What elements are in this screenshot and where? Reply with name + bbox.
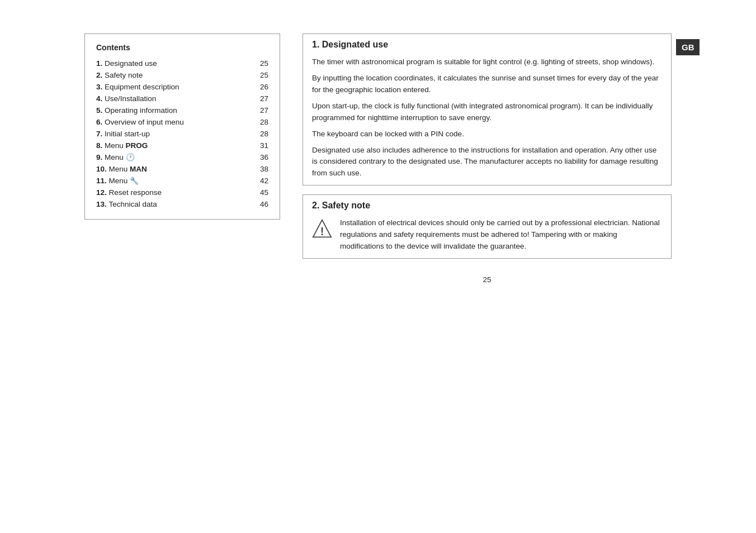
table-row: 7. Initial start-up28 — [96, 128, 268, 140]
item-page: 28 — [234, 116, 268, 128]
item-label: 6. Overview of input menu — [96, 116, 234, 128]
item-number: 2. — [96, 71, 105, 79]
safety-text: Installation of electrical devices shoul… — [340, 217, 662, 253]
item-number: 4. — [96, 94, 105, 103]
item-number: 7. — [96, 130, 105, 138]
section-designated-use: 1. Designated use The timer with astrono… — [303, 34, 672, 185]
item-number: 3. — [96, 83, 105, 91]
item-label: 8. Menu PROG — [96, 140, 234, 151]
right-column: GB 1. Designated use The timer with astr… — [303, 34, 672, 284]
item-number: 12. — [96, 188, 109, 197]
item-number: 13. — [96, 200, 109, 208]
item-page: 25 — [234, 58, 268, 69]
item-label: 7. Initial start-up — [96, 128, 234, 140]
contents-title: Contents — [96, 43, 268, 52]
clock-icon: 🕐 — [126, 153, 135, 161]
wrench-icon: 🔧 — [130, 177, 139, 185]
table-row: 10. Menu MAN38 — [96, 163, 268, 175]
section1-title: 1. Designated use — [312, 40, 662, 50]
item-label: 13. Technical data — [96, 198, 234, 210]
item-label: 1. Designated use — [96, 58, 234, 69]
item-number: 9. — [96, 153, 105, 161]
page-container: Contents 1. Designated use252. Safety no… — [84, 34, 672, 284]
item-page: 42 — [234, 175, 268, 187]
item-page: 31 — [234, 140, 268, 151]
left-column: Contents 1. Designated use252. Safety no… — [84, 34, 280, 284]
table-row: 3. Equipment description26 — [96, 81, 268, 93]
table-row: 5. Operating information27 — [96, 104, 268, 116]
page-number: 25 — [303, 275, 672, 284]
item-label: 4. Use/Installation — [96, 93, 234, 104]
section1-content: The timer with astronomical program is s… — [312, 56, 662, 179]
item-label: 3. Equipment description — [96, 81, 234, 93]
table-row: 11. Menu 🔧42 — [96, 175, 268, 187]
table-row: 4. Use/Installation27 — [96, 93, 268, 104]
item-number: 8. — [96, 141, 105, 150]
item-label: 11. Menu 🔧 — [96, 175, 234, 187]
table-row: 1. Designated use25 — [96, 58, 268, 69]
table-row: 6. Overview of input menu28 — [96, 116, 268, 128]
table-row: 12. Reset response45 — [96, 187, 268, 198]
item-number: 1. — [96, 59, 105, 68]
section1-paragraph: By inputting the location coordinates, i… — [312, 73, 662, 96]
item-page: 27 — [234, 104, 268, 116]
item-page: 25 — [234, 69, 268, 81]
table-row: 13. Technical data46 — [96, 198, 268, 210]
contents-table: 1. Designated use252. Safety note253. Eq… — [96, 58, 268, 210]
item-page: 38 — [234, 163, 268, 175]
item-page: 46 — [234, 198, 268, 210]
table-row: 9. Menu 🕐36 — [96, 151, 268, 163]
svg-text:!: ! — [320, 225, 324, 237]
item-page: 27 — [234, 93, 268, 104]
section1-paragraph: Designated use also includes adherence t… — [312, 145, 662, 180]
item-number: 11. — [96, 177, 109, 185]
item-label: 2. Safety note — [96, 69, 234, 81]
safety-content: ! Installation of electrical devices sho… — [312, 217, 662, 253]
section1-paragraph: The timer with astronomical program is s… — [312, 56, 662, 68]
contents-box: Contents 1. Designated use252. Safety no… — [84, 34, 280, 220]
table-row: 8. Menu PROG31 — [96, 140, 268, 151]
item-label: 10. Menu MAN — [96, 163, 234, 175]
item-number: 6. — [96, 118, 105, 126]
item-page: 45 — [234, 187, 268, 198]
item-page: 28 — [234, 128, 268, 140]
section2-title: 2. Safety note — [312, 201, 662, 211]
warning-icon: ! — [312, 218, 332, 239]
item-label: 12. Reset response — [96, 187, 234, 198]
section1-paragraph: The keyboard can be locked with a PIN co… — [312, 129, 662, 140]
item-page: 26 — [234, 81, 268, 93]
item-page: 36 — [234, 151, 268, 163]
table-row: 2. Safety note25 — [96, 69, 268, 81]
item-label: 9. Menu 🕐 — [96, 151, 234, 163]
section-safety-note: 2. Safety note ! Installation of electri… — [303, 194, 672, 259]
item-number: 10. — [96, 165, 109, 173]
section1-paragraph: Upon start-up, the clock is fully functi… — [312, 101, 662, 124]
item-label: 5. Operating information — [96, 104, 234, 116]
gb-tab: GB — [676, 39, 700, 55]
item-number: 5. — [96, 106, 105, 115]
